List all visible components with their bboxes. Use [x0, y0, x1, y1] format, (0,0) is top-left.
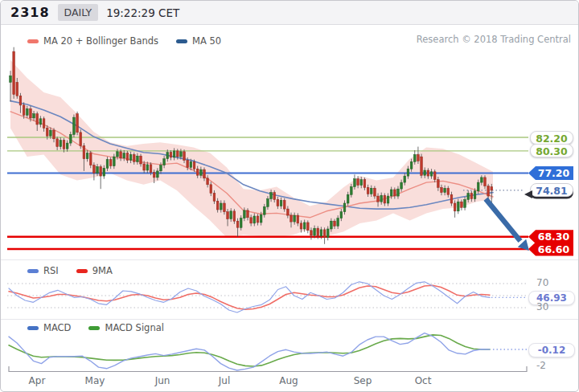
- x-axis-month-may: May: [85, 375, 105, 386]
- last-price-pointer-icon: [524, 190, 532, 198]
- x-axis-month-sep: Sep: [354, 375, 372, 386]
- support-pill-66-60: 66.60: [528, 243, 573, 256]
- macd-last-value-pill: -0.12: [528, 343, 575, 357]
- pivot-pill-77-20: 77.20: [528, 166, 573, 180]
- trading-central-chart-widget: 2318 DAILY 19:22:29 CET Research © 2018 …: [0, 0, 579, 392]
- x-axis-month-oct: Oct: [415, 375, 432, 386]
- x-axis-month-aug: Aug: [279, 375, 298, 386]
- rsi-oversold-label: 30: [536, 301, 548, 312]
- last-price-value: 74.81: [536, 185, 568, 197]
- chart-plot-area: [1, 1, 578, 391]
- resistance-pill-82-20: 82.20: [530, 131, 573, 145]
- resistance-pill-80-30: 80.30: [530, 144, 573, 157]
- macd-axis-label: -2: [536, 360, 546, 371]
- rsi-last-value-pill: 46.93: [528, 291, 575, 305]
- last-price-pill: 74.81: [530, 183, 573, 197]
- x-axis-month-jul: Jul: [219, 375, 230, 386]
- x-axis-month-apr: Apr: [29, 375, 46, 386]
- rsi-overbought-label: 70: [536, 277, 548, 288]
- x-axis-month-jun: Jun: [155, 375, 170, 386]
- support-pill-68-30: 68.30: [528, 230, 573, 243]
